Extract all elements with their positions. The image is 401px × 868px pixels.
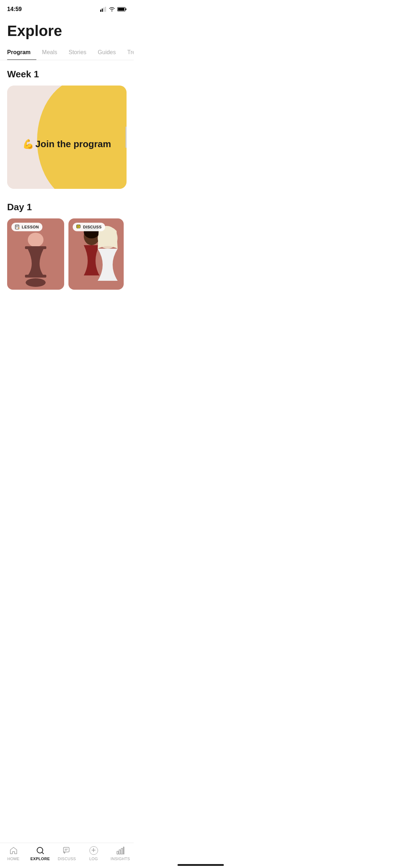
page-title: Explore [0,16,134,39]
svg-rect-9 [25,246,46,249]
week-label: Week 1 [7,69,127,80]
svg-rect-1 [102,9,103,12]
hourglass-illustration [18,233,53,290]
svg-rect-2 [103,7,104,12]
status-time: 14:59 [7,6,22,12]
day-label: Day 1 [7,202,127,213]
discuss-badge-icon [76,224,81,229]
svg-rect-10 [25,275,46,278]
discuss-card[interactable]: DISCUSS [68,218,124,290]
discuss-badge: DISCUSS [73,223,105,231]
tab-meals[interactable]: Meals [36,46,63,60]
signal-icon [100,7,107,12]
program-card[interactable]: 💪 Join the program [7,86,127,189]
lesson-badge: LESSON [11,223,42,231]
svg-point-8 [28,233,43,247]
svg-rect-0 [100,10,101,12]
svg-point-4 [112,11,112,11]
main-content: Week 1 💪 Join the program Day 1 [0,60,134,290]
lesson-badge-text: LESSON [22,225,39,229]
status-bar: 14:59 [0,0,134,16]
tab-treatments[interactable]: Treatments [122,46,134,60]
status-icons [100,7,127,12]
svg-rect-7 [125,9,127,10]
card-emoji: 💪 [22,139,34,150]
card-label: Join the program [35,139,111,150]
lesson-badge-icon [15,224,20,229]
tab-stories[interactable]: Stories [63,46,92,60]
tab-guides[interactable]: Guides [92,46,122,60]
card-join-text: 💪 Join the program [22,139,111,150]
svg-rect-6 [118,8,124,11]
day-section: Day 1 [7,202,127,290]
card-yellow-shape [37,86,127,189]
day-cards-row: LESSON [7,218,127,290]
tabs-container: Program Meals Stories Guides Treatments [0,39,134,60]
battery-icon [117,7,127,12]
discuss-badge-text: DISCUSS [83,225,102,229]
svg-rect-3 [105,7,106,12]
svg-rect-16 [77,225,80,228]
wifi-icon [109,7,115,12]
tab-program[interactable]: Program [7,46,36,60]
lesson-card[interactable]: LESSON [7,218,64,290]
scroll-indicator [125,126,127,148]
svg-point-11 [26,278,46,287]
